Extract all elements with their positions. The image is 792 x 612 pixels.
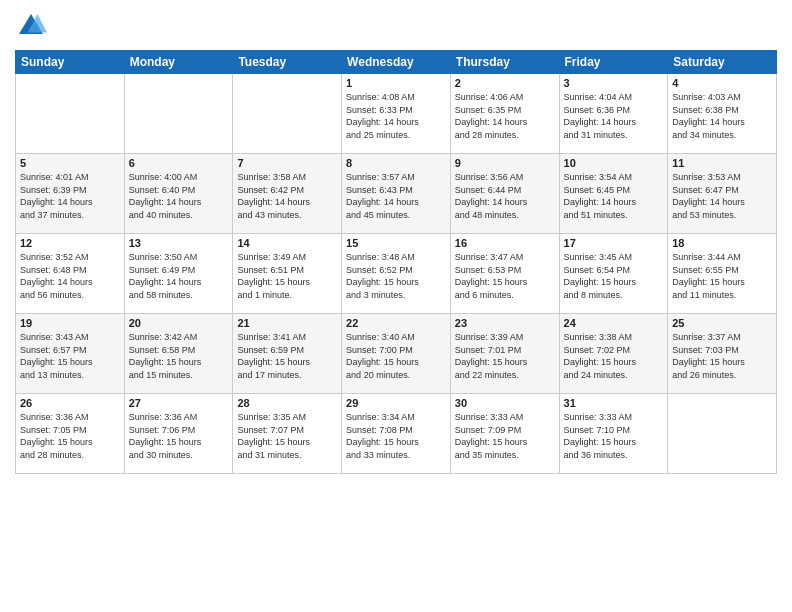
- header: [15, 10, 777, 42]
- logo-icon: [15, 10, 47, 42]
- day-cell: 29Sunrise: 3:34 AM Sunset: 7:08 PM Dayli…: [342, 394, 451, 474]
- calendar-table: SundayMondayTuesdayWednesdayThursdayFrid…: [15, 50, 777, 474]
- week-row-3: 19Sunrise: 3:43 AM Sunset: 6:57 PM Dayli…: [16, 314, 777, 394]
- day-cell: 13Sunrise: 3:50 AM Sunset: 6:49 PM Dayli…: [124, 234, 233, 314]
- day-cell: 11Sunrise: 3:53 AM Sunset: 6:47 PM Dayli…: [668, 154, 777, 234]
- day-cell: 16Sunrise: 3:47 AM Sunset: 6:53 PM Dayli…: [450, 234, 559, 314]
- day-number: 1: [346, 77, 446, 89]
- day-number: 17: [564, 237, 664, 249]
- day-cell: 28Sunrise: 3:35 AM Sunset: 7:07 PM Dayli…: [233, 394, 342, 474]
- day-info: Sunrise: 3:50 AM Sunset: 6:49 PM Dayligh…: [129, 251, 229, 301]
- day-cell: 23Sunrise: 3:39 AM Sunset: 7:01 PM Dayli…: [450, 314, 559, 394]
- day-info: Sunrise: 3:42 AM Sunset: 6:58 PM Dayligh…: [129, 331, 229, 381]
- day-number: 24: [564, 317, 664, 329]
- day-info: Sunrise: 3:33 AM Sunset: 7:09 PM Dayligh…: [455, 411, 555, 461]
- day-info: Sunrise: 4:08 AM Sunset: 6:33 PM Dayligh…: [346, 91, 446, 141]
- day-info: Sunrise: 4:03 AM Sunset: 6:38 PM Dayligh…: [672, 91, 772, 141]
- day-number: 3: [564, 77, 664, 89]
- day-info: Sunrise: 4:04 AM Sunset: 6:36 PM Dayligh…: [564, 91, 664, 141]
- day-cell: 3Sunrise: 4:04 AM Sunset: 6:36 PM Daylig…: [559, 74, 668, 154]
- day-number: 25: [672, 317, 772, 329]
- day-cell: 15Sunrise: 3:48 AM Sunset: 6:52 PM Dayli…: [342, 234, 451, 314]
- page: SundayMondayTuesdayWednesdayThursdayFrid…: [0, 0, 792, 484]
- week-row-2: 12Sunrise: 3:52 AM Sunset: 6:48 PM Dayli…: [16, 234, 777, 314]
- day-info: Sunrise: 3:52 AM Sunset: 6:48 PM Dayligh…: [20, 251, 120, 301]
- day-cell: 14Sunrise: 3:49 AM Sunset: 6:51 PM Dayli…: [233, 234, 342, 314]
- day-info: Sunrise: 3:47 AM Sunset: 6:53 PM Dayligh…: [455, 251, 555, 301]
- day-cell: 18Sunrise: 3:44 AM Sunset: 6:55 PM Dayli…: [668, 234, 777, 314]
- day-number: 20: [129, 317, 229, 329]
- day-cell: [668, 394, 777, 474]
- day-number: 31: [564, 397, 664, 409]
- day-info: Sunrise: 3:49 AM Sunset: 6:51 PM Dayligh…: [237, 251, 337, 301]
- day-cell: 19Sunrise: 3:43 AM Sunset: 6:57 PM Dayli…: [16, 314, 125, 394]
- day-cell: 4Sunrise: 4:03 AM Sunset: 6:38 PM Daylig…: [668, 74, 777, 154]
- day-number: 5: [20, 157, 120, 169]
- day-number: 27: [129, 397, 229, 409]
- day-info: Sunrise: 3:34 AM Sunset: 7:08 PM Dayligh…: [346, 411, 446, 461]
- day-number: 28: [237, 397, 337, 409]
- day-cell: 7Sunrise: 3:58 AM Sunset: 6:42 PM Daylig…: [233, 154, 342, 234]
- day-cell: 20Sunrise: 3:42 AM Sunset: 6:58 PM Dayli…: [124, 314, 233, 394]
- day-number: 14: [237, 237, 337, 249]
- day-info: Sunrise: 3:36 AM Sunset: 7:05 PM Dayligh…: [20, 411, 120, 461]
- day-info: Sunrise: 3:33 AM Sunset: 7:10 PM Dayligh…: [564, 411, 664, 461]
- day-cell: 1Sunrise: 4:08 AM Sunset: 6:33 PM Daylig…: [342, 74, 451, 154]
- day-info: Sunrise: 3:39 AM Sunset: 7:01 PM Dayligh…: [455, 331, 555, 381]
- header-cell-sunday: Sunday: [16, 51, 125, 74]
- day-cell: [124, 74, 233, 154]
- day-info: Sunrise: 4:06 AM Sunset: 6:35 PM Dayligh…: [455, 91, 555, 141]
- day-number: 4: [672, 77, 772, 89]
- week-row-4: 26Sunrise: 3:36 AM Sunset: 7:05 PM Dayli…: [16, 394, 777, 474]
- day-number: 7: [237, 157, 337, 169]
- day-cell: 10Sunrise: 3:54 AM Sunset: 6:45 PM Dayli…: [559, 154, 668, 234]
- header-cell-wednesday: Wednesday: [342, 51, 451, 74]
- day-number: 29: [346, 397, 446, 409]
- day-number: 23: [455, 317, 555, 329]
- day-info: Sunrise: 3:56 AM Sunset: 6:44 PM Dayligh…: [455, 171, 555, 221]
- day-number: 8: [346, 157, 446, 169]
- day-number: 10: [564, 157, 664, 169]
- week-row-0: 1Sunrise: 4:08 AM Sunset: 6:33 PM Daylig…: [16, 74, 777, 154]
- day-number: 6: [129, 157, 229, 169]
- day-cell: 5Sunrise: 4:01 AM Sunset: 6:39 PM Daylig…: [16, 154, 125, 234]
- header-cell-monday: Monday: [124, 51, 233, 74]
- day-cell: 31Sunrise: 3:33 AM Sunset: 7:10 PM Dayli…: [559, 394, 668, 474]
- day-info: Sunrise: 3:40 AM Sunset: 7:00 PM Dayligh…: [346, 331, 446, 381]
- week-row-1: 5Sunrise: 4:01 AM Sunset: 6:39 PM Daylig…: [16, 154, 777, 234]
- day-info: Sunrise: 3:36 AM Sunset: 7:06 PM Dayligh…: [129, 411, 229, 461]
- day-cell: [233, 74, 342, 154]
- header-cell-tuesday: Tuesday: [233, 51, 342, 74]
- day-cell: 17Sunrise: 3:45 AM Sunset: 6:54 PM Dayli…: [559, 234, 668, 314]
- day-info: Sunrise: 3:43 AM Sunset: 6:57 PM Dayligh…: [20, 331, 120, 381]
- day-info: Sunrise: 3:57 AM Sunset: 6:43 PM Dayligh…: [346, 171, 446, 221]
- day-number: 18: [672, 237, 772, 249]
- day-info: Sunrise: 4:00 AM Sunset: 6:40 PM Dayligh…: [129, 171, 229, 221]
- day-number: 2: [455, 77, 555, 89]
- day-cell: 24Sunrise: 3:38 AM Sunset: 7:02 PM Dayli…: [559, 314, 668, 394]
- day-number: 9: [455, 157, 555, 169]
- day-cell: 25Sunrise: 3:37 AM Sunset: 7:03 PM Dayli…: [668, 314, 777, 394]
- day-number: 16: [455, 237, 555, 249]
- day-number: 11: [672, 157, 772, 169]
- day-number: 21: [237, 317, 337, 329]
- day-info: Sunrise: 3:44 AM Sunset: 6:55 PM Dayligh…: [672, 251, 772, 301]
- header-cell-saturday: Saturday: [668, 51, 777, 74]
- day-cell: 6Sunrise: 4:00 AM Sunset: 6:40 PM Daylig…: [124, 154, 233, 234]
- header-cell-friday: Friday: [559, 51, 668, 74]
- day-info: Sunrise: 3:41 AM Sunset: 6:59 PM Dayligh…: [237, 331, 337, 381]
- day-number: 15: [346, 237, 446, 249]
- day-number: 12: [20, 237, 120, 249]
- header-cell-thursday: Thursday: [450, 51, 559, 74]
- day-info: Sunrise: 4:01 AM Sunset: 6:39 PM Dayligh…: [20, 171, 120, 221]
- day-cell: 27Sunrise: 3:36 AM Sunset: 7:06 PM Dayli…: [124, 394, 233, 474]
- day-cell: 9Sunrise: 3:56 AM Sunset: 6:44 PM Daylig…: [450, 154, 559, 234]
- day-number: 13: [129, 237, 229, 249]
- logo: [15, 10, 51, 42]
- day-number: 19: [20, 317, 120, 329]
- day-cell: 2Sunrise: 4:06 AM Sunset: 6:35 PM Daylig…: [450, 74, 559, 154]
- day-number: 22: [346, 317, 446, 329]
- day-info: Sunrise: 3:58 AM Sunset: 6:42 PM Dayligh…: [237, 171, 337, 221]
- day-info: Sunrise: 3:38 AM Sunset: 7:02 PM Dayligh…: [564, 331, 664, 381]
- day-cell: 8Sunrise: 3:57 AM Sunset: 6:43 PM Daylig…: [342, 154, 451, 234]
